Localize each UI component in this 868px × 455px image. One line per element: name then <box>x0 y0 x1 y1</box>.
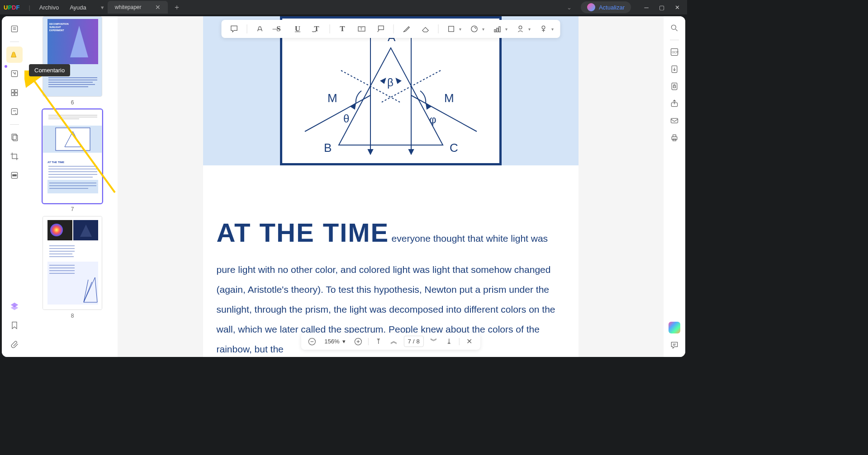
close-controls-button[interactable]: ✕ <box>464 336 475 347</box>
chevron-down-icon[interactable]: ▾ <box>551 27 554 32</box>
strikethrough-tool-button[interactable]: S <box>272 23 285 35</box>
highlight-tool-button[interactable] <box>253 23 266 35</box>
svg-rect-107 <box>671 118 678 123</box>
tooltip-comentario: Comentario <box>29 64 70 76</box>
crop-button[interactable] <box>6 148 23 164</box>
textbox-tool-button[interactable]: T <box>355 23 368 35</box>
chat-button[interactable] <box>667 338 682 352</box>
tab-whitepaper[interactable]: whitepaper ✕ <box>108 1 168 14</box>
svg-point-46 <box>50 224 63 236</box>
comment-mode-button[interactable] <box>6 47 23 63</box>
signature-tool-button[interactable] <box>514 23 526 35</box>
document-viewport[interactable]: S U T〰 T T ▾ ▾ ▾ ▾ ▾ <box>118 16 664 357</box>
chevron-down-icon[interactable]: ▾ <box>528 27 531 32</box>
text-tool-button[interactable]: T <box>336 23 349 35</box>
add-tab-icon[interactable]: ＋ <box>173 3 180 12</box>
user-label: Actualizar <box>599 4 625 11</box>
divider <box>670 40 679 40</box>
zoom-select[interactable]: 156%▾ <box>322 337 348 346</box>
tab-dropdown-icon[interactable]: ▾ <box>101 4 104 11</box>
svg-marker-83 <box>426 103 431 109</box>
titlebar: UPDF | Archivo Ayuda ▾ whitepaper ✕ ＋ ⌄ … <box>0 0 687 14</box>
zoom-in-button[interactable] <box>353 336 364 347</box>
forms-button[interactable] <box>6 103 23 120</box>
thumbnail-number: 6 <box>43 99 102 106</box>
edit-text-button[interactable] <box>6 66 23 82</box>
eraser-tool-button[interactable] <box>419 23 432 35</box>
separator <box>438 24 438 33</box>
minimize-button[interactable]: ─ <box>640 2 653 13</box>
bookmark-button[interactable] <box>6 317 23 333</box>
right-rail: OCR <box>664 16 685 357</box>
svg-text:SUNLIGHT: SUNLIGHT <box>49 26 61 28</box>
prev-page-button[interactable]: ︽ <box>389 336 399 347</box>
svg-rect-4 <box>11 89 14 92</box>
svg-point-70 <box>519 26 522 29</box>
underline-tool-button[interactable]: U <box>291 23 304 35</box>
app-logo: UPDF <box>4 4 19 11</box>
close-button[interactable]: ✕ <box>671 2 683 13</box>
svg-text:M: M <box>327 91 337 105</box>
close-tab-icon[interactable]: ✕ <box>155 4 161 11</box>
organize-pages-button[interactable] <box>6 84 23 101</box>
thumbnail-7[interactable]: AT THE TIME 7 <box>43 109 102 212</box>
svg-point-71 <box>542 26 545 29</box>
chevron-down-icon[interactable]: ⌄ <box>567 4 572 11</box>
svg-marker-72 <box>339 48 443 145</box>
menu-ayuda[interactable]: Ayuda <box>70 4 86 11</box>
menu-archivo[interactable]: Archivo <box>39 4 59 11</box>
svg-text:AT THE TIME: AT THE TIME <box>47 161 64 164</box>
zoom-out-button[interactable] <box>306 336 317 347</box>
attachment-button[interactable] <box>6 336 23 352</box>
svg-text:DECOMPOSITION: DECOMPOSITION <box>49 23 69 25</box>
callout-tool-button[interactable] <box>374 23 387 35</box>
svg-rect-13 <box>13 174 16 176</box>
ai-assistant-button[interactable] <box>669 322 680 333</box>
thumbnail-number: 7 <box>43 206 102 212</box>
svg-marker-76 <box>409 150 413 154</box>
page-input[interactable]: 7 / 8 <box>404 336 424 347</box>
chevron-down-icon[interactable]: ▾ <box>482 27 484 32</box>
shape-tool-button[interactable] <box>445 23 457 35</box>
svg-rect-6 <box>11 93 14 96</box>
redact-button[interactable] <box>6 167 23 183</box>
svg-line-100 <box>676 29 678 31</box>
chevron-down-icon[interactable]: ▾ <box>505 27 508 32</box>
maximize-button[interactable]: ▢ <box>655 2 668 13</box>
thumbnail-8[interactable]: 8 <box>43 216 102 319</box>
print-button[interactable] <box>667 131 682 145</box>
avatar <box>587 3 595 11</box>
sticker-tool-button[interactable] <box>537 23 550 35</box>
first-page-button[interactable]: ⤒ <box>373 336 384 347</box>
titlebar-right: ⌄ Actualizar ─ ▢ ✕ <box>567 1 683 13</box>
layers-button[interactable] <box>6 298 23 314</box>
measure-tool-button[interactable] <box>491 23 503 35</box>
email-button[interactable] <box>667 113 682 128</box>
thumbnail-6[interactable]: DECOMPOSITION SUNLIGHT EXPERIMENT 6 <box>43 16 102 106</box>
tab-area: ▾ whitepaper ✕ ＋ <box>101 1 567 14</box>
svg-rect-109 <box>673 135 676 136</box>
pencil-tool-button[interactable] <box>400 23 413 35</box>
stamp-tool-button[interactable] <box>468 23 480 35</box>
chevron-down-icon: ▾ <box>342 338 346 345</box>
protect-button[interactable] <box>667 79 682 94</box>
next-page-button[interactable]: ︾ <box>428 336 439 347</box>
separator <box>393 24 394 33</box>
export-button[interactable] <box>667 62 682 76</box>
last-page-button[interactable]: ⤓ <box>444 336 455 347</box>
separator <box>368 338 369 345</box>
user-pill[interactable]: Actualizar <box>581 1 631 13</box>
notification-dot <box>5 65 7 68</box>
reader-mode-button[interactable] <box>6 21 23 37</box>
svg-rect-105 <box>674 86 676 88</box>
share-button[interactable] <box>667 96 682 111</box>
ocr-button[interactable]: OCR <box>667 45 682 59</box>
batch-button[interactable] <box>6 129 23 145</box>
svg-text:EXPERIMENT: EXPERIMENT <box>49 29 64 32</box>
svg-text:OCR: OCR <box>672 51 678 54</box>
search-button[interactable] <box>667 21 682 35</box>
note-tool-button[interactable] <box>228 23 240 35</box>
squiggly-tool-button[interactable]: T〰 <box>310 23 323 35</box>
svg-text:M: M <box>444 91 454 105</box>
chevron-down-icon[interactable]: ▾ <box>459 27 461 32</box>
